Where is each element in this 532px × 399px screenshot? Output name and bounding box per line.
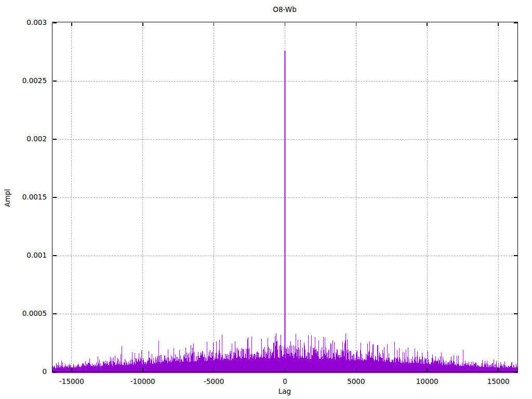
y-tick-right (514, 22, 517, 23)
x-tick-top (214, 23, 215, 26)
x-tick-bottom (498, 368, 499, 372)
y-tick-label: 0.0005 (0, 309, 47, 317)
y-tick-left (53, 81, 57, 82)
x-tick-label: -10000 (130, 377, 155, 385)
y-tick-label: 0.002 (0, 135, 47, 143)
x-tick-top (71, 23, 72, 26)
x-tick-label: 0 (283, 377, 287, 385)
x-tick-label: -15000 (59, 377, 84, 385)
y-tick-right (514, 371, 517, 373)
y-tick-left (53, 139, 57, 140)
y-tick-left (53, 22, 57, 23)
x-tick-bottom (71, 368, 72, 372)
y-tick-right (514, 139, 517, 140)
y-tick-left (53, 197, 57, 198)
x-tick-bottom (356, 368, 357, 372)
y-tick-left (53, 313, 57, 314)
x-tick-bottom (142, 368, 143, 372)
y-tick-left (53, 255, 57, 256)
y-tick-label: 0.0025 (0, 76, 47, 85)
x-axis-label: Lag (278, 387, 291, 395)
x-tick-label: -5000 (204, 377, 224, 385)
x-tick-bottom (214, 368, 215, 372)
x-tick-top (142, 23, 143, 26)
y-tick-label: 0.001 (0, 251, 47, 259)
y-tick-label: 0 (0, 367, 47, 376)
x-tick-bottom (427, 368, 428, 372)
y-tick-right (514, 313, 517, 314)
y-tick-right (514, 197, 517, 198)
x-tick-label: 15000 (487, 377, 510, 385)
x-tick-top (285, 23, 286, 26)
chart-title: O8-Wb (273, 5, 296, 14)
y-tick-label: 0.0015 (0, 193, 47, 201)
y-tick-right (514, 255, 517, 256)
correlation-chart-page: O8-Wb Ampl Lag -15000-10000-500005000100… (0, 0, 532, 399)
x-tick-top (427, 23, 428, 26)
x-tick-top (498, 23, 499, 26)
correlation-impulse-series (52, 22, 518, 373)
y-tick-left (53, 371, 57, 373)
x-tick-top (356, 23, 357, 26)
x-tick-bottom (285, 368, 286, 372)
x-tick-label: 5000 (347, 377, 365, 385)
plot-area: -15000-10000-500005000100001500000.00050… (52, 22, 518, 373)
y-tick-right (514, 81, 517, 82)
y-tick-label: 0.003 (0, 18, 47, 26)
x-tick-label: 10000 (416, 377, 438, 385)
